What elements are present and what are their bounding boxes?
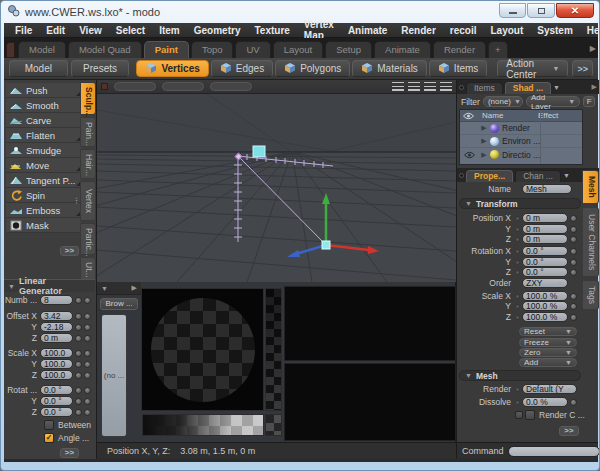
tool-flatten[interactable]: Flatten — [6, 128, 81, 143]
mini-slider-icon[interactable] — [570, 314, 577, 321]
add-layer-dropdown[interactable]: Add Layer▼ — [526, 96, 580, 107]
tab-paint[interactable]: Paint — [144, 41, 189, 58]
mode-materials-button[interactable]: Materials — [352, 60, 427, 77]
menu-file[interactable]: File — [8, 25, 39, 36]
brush-alpha-strip[interactable] — [265, 288, 282, 411]
panel-dot-button[interactable] — [459, 85, 464, 90]
envelope-dot[interactable] — [515, 304, 520, 309]
brush-tip-preview[interactable] — [141, 288, 264, 411]
mini-slider-icon[interactable] — [570, 215, 577, 222]
envelope-icon[interactable] — [84, 409, 91, 416]
envelope-icon[interactable] — [84, 398, 91, 405]
menu-edit[interactable]: Edit — [39, 25, 72, 36]
envelope-icon[interactable] — [84, 313, 91, 320]
minimize-button[interactable] — [499, 3, 526, 18]
linear-generator-overflow-button[interactable]: >> — [60, 448, 79, 458]
menu-layout[interactable]: Layout — [483, 25, 530, 36]
filter-dropdown[interactable]: (none)▼ — [483, 96, 523, 107]
tool-emboss[interactable]: Emboss — [6, 203, 81, 218]
render-curves-envelope[interactable] — [515, 411, 523, 419]
mini-slider-icon[interactable] — [75, 361, 82, 368]
render-dropdown[interactable]: Default (Y ...▼ — [522, 384, 577, 394]
freeze-dropdown[interactable]: Freeze▼ — [519, 338, 577, 347]
transform-section-header[interactable]: ▼Transform — [459, 198, 581, 209]
mode-vertices-button[interactable]: Vertices — [136, 60, 208, 77]
tab-add[interactable]: + — [488, 41, 508, 58]
mini-slider-icon[interactable] — [570, 399, 577, 406]
mini-slider-icon[interactable] — [75, 350, 82, 357]
side-tab-mesh[interactable]: Mesh — [582, 170, 599, 204]
scale-x-field[interactable]: 100.0 % — [522, 291, 568, 301]
tab-uv[interactable]: UV — [235, 41, 270, 58]
preset-browser-header[interactable]: ▼▶ — [97, 282, 141, 295]
scale-z-field[interactable]: 100.0 — [40, 370, 73, 380]
order-dropdown[interactable]: ZXY▼ — [522, 278, 568, 288]
model-button[interactable]: Model — [9, 60, 68, 77]
mini-slider-icon[interactable] — [570, 293, 577, 300]
mode-items-button[interactable]: Items — [429, 60, 487, 77]
offset-x-field[interactable]: 3.42 — [40, 311, 73, 321]
number-field[interactable]: 8 — [40, 295, 73, 305]
envelope-dot[interactable] — [515, 216, 520, 221]
dissolve-field[interactable]: 0.0 % — [522, 397, 568, 407]
mini-slider-icon[interactable] — [75, 387, 82, 394]
brush-falloff-gradient[interactable] — [142, 414, 264, 436]
shader-row-directional[interactable]: ▶ Directio ... — [460, 148, 582, 161]
viewport-menu-icon[interactable] — [408, 82, 420, 91]
tool-carve[interactable]: Carve — [6, 113, 81, 128]
menu-animate[interactable]: Animate — [341, 25, 394, 36]
viewport-3d[interactable] — [97, 80, 456, 282]
expand-icon[interactable]: ▶ — [478, 151, 490, 159]
tab-topo[interactable]: Topo — [191, 41, 234, 58]
visibility-column-icon[interactable] — [460, 112, 476, 120]
menu-help[interactable]: Help — [580, 25, 600, 36]
mini-slider-icon[interactable] — [75, 398, 82, 405]
scale-y-field[interactable]: 100.0 — [40, 359, 73, 369]
envelope-dot[interactable] — [515, 237, 520, 242]
angle-checkbox[interactable]: ✓ — [44, 433, 54, 443]
mini-slider-icon[interactable] — [570, 259, 577, 266]
brush-gradient-chip[interactable] — [265, 414, 282, 436]
menu-view[interactable]: View — [72, 25, 109, 36]
tool-tangent-pinch[interactable]: Tangent P... — [6, 173, 81, 188]
tool-push[interactable]: Push — [6, 83, 81, 98]
envelope-icon[interactable] — [84, 335, 91, 342]
chevron-down-icon[interactable]: ▼ — [553, 84, 560, 91]
name-column-header[interactable]: Name — [476, 111, 538, 120]
texture-preview-bottom[interactable] — [284, 363, 456, 441]
tab-model-quad[interactable]: Model Quad — [68, 41, 142, 58]
envelope-icon[interactable] — [84, 372, 91, 379]
presets-button[interactable]: Presets — [71, 60, 130, 77]
mini-slider-icon[interactable] — [75, 335, 82, 342]
envelope-icon[interactable] — [84, 324, 91, 331]
menu-texture[interactable]: Texture — [247, 25, 296, 36]
browse-button[interactable]: Brow ... — [100, 298, 138, 310]
rotation-x-field[interactable]: 0.0 ° — [522, 246, 568, 256]
tab-setup[interactable]: Setup — [325, 41, 372, 58]
rotate-x-field[interactable]: 0.0 ° — [40, 385, 73, 395]
envelope-dot[interactable] — [515, 400, 520, 405]
tool-move[interactable]: Move — [6, 158, 81, 173]
envelope-icon[interactable] — [84, 387, 91, 394]
tool-category-hair[interactable]: Hair... — [80, 149, 96, 179]
envelope-dot[interactable] — [515, 387, 520, 392]
tab-animate[interactable]: Animate — [374, 41, 431, 58]
position-y-field[interactable]: 0 m — [522, 224, 568, 234]
mini-slider-icon[interactable] — [75, 324, 82, 331]
tool-smudge[interactable]: Smudge — [6, 143, 81, 158]
reset-dropdown[interactable]: Reset▼ — [519, 327, 577, 336]
effect-column-header[interactable]: Effect — [538, 111, 558, 120]
mini-slider-icon[interactable] — [570, 269, 577, 276]
scale-y-field[interactable]: 100.0 % — [522, 301, 568, 311]
toolbar-overflow-button[interactable]: >> — [572, 60, 593, 77]
preset-list[interactable]: (no ... — [101, 314, 127, 437]
viewport-menu-icon[interactable] — [424, 82, 436, 91]
mode-polygons-button[interactable]: Polygons — [275, 60, 350, 77]
tool-spin[interactable]: Spin — [6, 188, 81, 203]
viewport-dropdown-2[interactable] — [162, 82, 204, 91]
tool-category-sculpt[interactable]: Sculp... — [80, 82, 96, 115]
viewport-dropdown-1[interactable] — [114, 82, 156, 91]
properties-overflow-button[interactable]: >> — [559, 426, 579, 436]
tab-strip-corner[interactable] — [6, 42, 15, 58]
menu-system[interactable]: System — [530, 25, 580, 36]
